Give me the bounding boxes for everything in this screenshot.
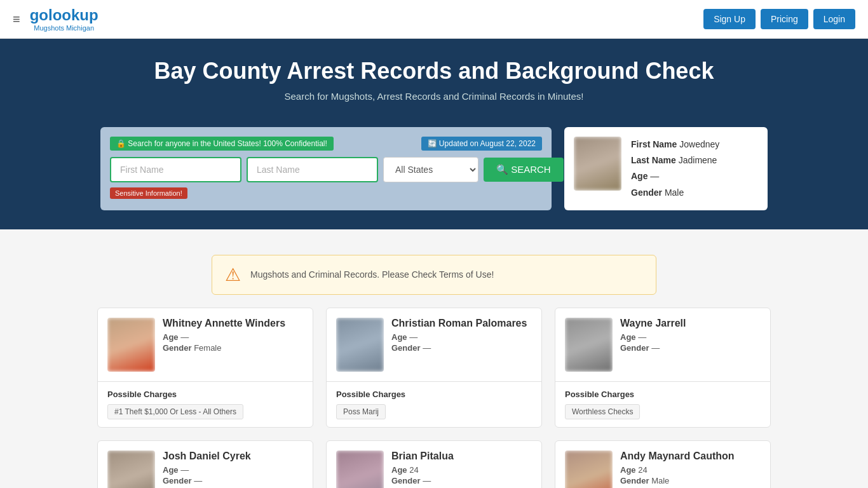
header-actions: Sign Up Pricing Login bbox=[703, 9, 855, 29]
search-box: 🔒 Search for anyone in the United States… bbox=[100, 127, 552, 210]
person-avatar bbox=[107, 451, 155, 488]
charge-tag: Poss Marij bbox=[336, 404, 386, 419]
profile-age: Age — bbox=[631, 168, 719, 184]
person-thumbnail bbox=[107, 318, 155, 372]
gender-label: Gender bbox=[391, 476, 421, 485]
gender-label: Gender bbox=[391, 343, 421, 353]
hero-section: Bay County Arrest Records and Background… bbox=[0, 39, 868, 121]
person-avatar bbox=[336, 451, 384, 488]
gender-label: Gender bbox=[631, 187, 662, 198]
sensitive-badge: Sensitive Information! bbox=[110, 187, 187, 199]
person-gender: Gender Female bbox=[163, 343, 285, 353]
charges-section: Possible Charges #1 Theft $1,000 Or Less… bbox=[98, 381, 313, 427]
person-card[interactable]: Wayne Jarrell Age — Gender — Possible Ch… bbox=[555, 308, 771, 428]
first-name-label: First Name bbox=[631, 139, 677, 149]
profile-gender: Gender Male bbox=[631, 185, 719, 201]
person-card-top: Wayne Jarrell Age — Gender — bbox=[555, 308, 770, 381]
profile-info: First Name Jowedney Last Name Jadimene A… bbox=[631, 137, 719, 201]
person-avatar bbox=[565, 451, 613, 488]
person-age: Age — bbox=[163, 332, 285, 342]
first-name-input[interactable] bbox=[110, 157, 241, 182]
charges-section: Possible Charges Worthless Checks bbox=[555, 381, 770, 427]
gender-label: Gender bbox=[163, 476, 192, 485]
person-thumbnail bbox=[565, 318, 613, 372]
person-thumbnail bbox=[565, 451, 613, 488]
gender-val: Male bbox=[665, 187, 684, 198]
gender-label: Gender bbox=[620, 476, 649, 485]
state-select[interactable]: All StatesAlabamaAlaskaArizonaArkansasCa… bbox=[383, 157, 478, 182]
person-gender: Gender Male bbox=[620, 476, 735, 485]
profile-first-name: First Name Jowedney bbox=[631, 137, 719, 152]
last-name-val: Jadimene bbox=[679, 155, 717, 165]
profile-last-name: Last Name Jadimene bbox=[631, 152, 719, 168]
profile-preview-card: First Name Jowedney Last Name Jadimene A… bbox=[564, 127, 768, 210]
search-inputs: All StatesAlabamaAlaskaArizonaArkansasCa… bbox=[110, 157, 542, 182]
gender-label: Gender bbox=[163, 343, 192, 353]
terms-bar: ⚠ Mugshots and Criminal Records. Please … bbox=[212, 255, 656, 295]
person-card[interactable]: Whitney Annette Winders Age — Gender Fem… bbox=[97, 308, 313, 428]
person-gender: Gender — bbox=[391, 476, 454, 485]
person-name: Christian Roman Palomares bbox=[391, 318, 527, 329]
last-name-input[interactable] bbox=[247, 157, 378, 182]
signup-button[interactable]: Sign Up bbox=[703, 9, 756, 29]
person-gender: Gender — bbox=[391, 343, 527, 353]
warning-icon: ⚠ bbox=[225, 264, 241, 285]
search-top-bar: 🔒 Search for anyone in the United States… bbox=[110, 137, 542, 151]
person-avatar bbox=[336, 318, 384, 372]
charges-title: Possible Charges bbox=[336, 390, 532, 399]
person-age: Age 24 bbox=[620, 465, 735, 475]
person-card[interactable]: Brian Pitalua Age 24 Gender — bbox=[326, 440, 542, 488]
people-grid: Whitney Annette Winders Age — Gender Fem… bbox=[97, 308, 771, 488]
person-card-top: Christian Roman Palomares Age — Gender — bbox=[327, 308, 541, 381]
logo: golookup bbox=[30, 6, 98, 24]
age-label: Age bbox=[391, 332, 407, 342]
person-thumbnail bbox=[336, 451, 384, 488]
person-name: Wayne Jarrell bbox=[620, 318, 686, 329]
header-left: ≡ golookup Mugshots Michigan bbox=[13, 6, 98, 32]
logo-subtitle: Mugshots Michigan bbox=[30, 24, 98, 32]
person-gender: Gender — bbox=[620, 343, 686, 353]
person-name: Josh Daniel Cyrek bbox=[163, 451, 251, 462]
menu-icon[interactable]: ≡ bbox=[13, 12, 20, 27]
preview-avatar bbox=[574, 137, 621, 191]
search-section: 🔒 Search for anyone in the United States… bbox=[0, 121, 868, 229]
charges-title: Possible Charges bbox=[565, 390, 761, 399]
person-card-top: Josh Daniel Cyrek Age — Gender — bbox=[98, 441, 313, 488]
person-avatar bbox=[565, 318, 613, 372]
person-age: Age — bbox=[391, 332, 527, 342]
person-thumbnail bbox=[107, 451, 155, 488]
age-label: Age bbox=[631, 171, 648, 181]
age-label: Age bbox=[620, 332, 636, 342]
person-gender: Gender — bbox=[163, 476, 251, 485]
main-content: ⚠ Mugshots and Criminal Records. Please … bbox=[85, 229, 783, 488]
person-name: Whitney Annette Winders bbox=[163, 318, 285, 329]
login-button[interactable]: Login bbox=[813, 9, 855, 29]
age-label: Age bbox=[620, 465, 636, 475]
charges-title: Possible Charges bbox=[107, 390, 303, 399]
person-age: Age — bbox=[163, 465, 251, 475]
header: ≡ golookup Mugshots Michigan Sign Up Pri… bbox=[0, 0, 868, 39]
person-card[interactable]: Christian Roman Palomares Age — Gender —… bbox=[326, 308, 542, 428]
person-card[interactable]: Andy Maynard Cauthon Age 24 Gender Male bbox=[555, 440, 771, 488]
person-card[interactable]: Josh Daniel Cyrek Age — Gender — bbox=[97, 440, 313, 488]
charge-tag: #1 Theft $1,000 Or Less - All Others bbox=[107, 404, 243, 419]
person-name: Andy Maynard Cauthon bbox=[620, 451, 735, 462]
pricing-button[interactable]: Pricing bbox=[761, 9, 808, 29]
person-name: Brian Pitalua bbox=[391, 451, 454, 462]
first-name-val: Jowedney bbox=[679, 139, 719, 149]
person-details: Brian Pitalua Age 24 Gender — bbox=[391, 451, 454, 487]
search-button[interactable]: 🔍 SEARCH bbox=[484, 158, 564, 182]
hero-subtitle: Search for Mugshots, Arrest Records and … bbox=[13, 91, 855, 102]
person-details: Christian Roman Palomares Age — Gender — bbox=[391, 318, 527, 354]
age-val: — bbox=[650, 171, 659, 181]
person-card-top: Brian Pitalua Age 24 Gender — bbox=[327, 441, 541, 488]
person-details: Whitney Annette Winders Age — Gender Fem… bbox=[163, 318, 285, 354]
gender-label: Gender bbox=[620, 343, 649, 353]
age-label: Age bbox=[163, 465, 179, 475]
last-name-label: Last Name bbox=[631, 155, 676, 165]
confidential-badge: 🔒 Search for anyone in the United States… bbox=[110, 137, 334, 151]
page-title: Bay County Arrest Records and Background… bbox=[13, 58, 855, 85]
updated-badge: 🔄 Updated on August 22, 2022 bbox=[421, 137, 542, 151]
person-details: Wayne Jarrell Age — Gender — bbox=[620, 318, 686, 354]
charges-section: Possible Charges Poss Marij bbox=[327, 381, 541, 427]
